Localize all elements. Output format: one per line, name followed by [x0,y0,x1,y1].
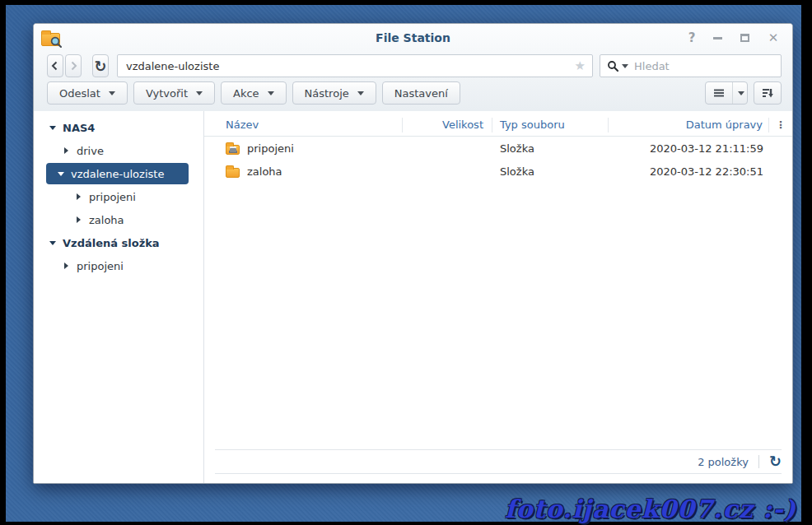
minimize-icon[interactable] [713,37,725,39]
tree-item-label: zaloha [89,214,124,226]
refresh-button[interactable]: ↻ [92,54,109,77]
table-row[interactable]: pripojeni Složka 2020-03-12 21:11:59 [204,137,792,160]
caret-down-icon [196,91,203,95]
tree-item-label: drive [77,145,104,157]
window-body: NAS4 drive vzdalene-uloziste pripojeni z… [34,111,792,483]
settings-label: Nastavení [394,87,448,100]
tree-item-label: pripojeni [89,191,136,203]
folder-icon [226,168,240,178]
refresh-icon: ↻ [94,58,106,75]
tree-item-label: pripojeni [77,260,124,272]
upload-menu-button[interactable]: Odeslat [47,81,128,105]
chevron-right-icon [68,60,79,72]
sidebar-item-pripojeni[interactable]: pripojeni [34,185,203,208]
list-view-icon [712,86,726,100]
shared-folder-icon [226,145,240,155]
screenshot-root: { "window": { "title": "File Station", "… [0,0,812,525]
file-type: Složka [492,165,609,178]
file-modified: 2020-03-12 22:30:51 [609,165,769,178]
sidebar-item-zaloha[interactable]: zaloha [34,208,203,231]
search-options-caret-icon[interactable] [622,64,628,68]
favorite-star-icon[interactable]: ★ [575,58,586,73]
maximize-icon[interactable] [740,34,752,42]
file-list-panel: Název Velikost Typ souboru Datum úpravy … [204,111,792,483]
sidebar-item-nas4[interactable]: NAS4 [34,116,203,139]
refresh-list-icon[interactable]: ↻ [769,454,782,469]
sidebar-item-vzdalena-slozka[interactable]: Vzdálená složka [34,231,203,254]
status-divider [758,455,759,468]
caret-right-icon[interactable] [77,216,81,223]
watermark-text: foto.ijacek007.cz :-) [505,495,796,523]
sidebar-tree: NAS4 drive vzdalene-uloziste pripojeni z… [34,111,204,483]
caret-down-icon[interactable] [49,241,56,245]
address-input[interactable] [118,60,592,72]
window-controls: ? ✕ [686,24,779,52]
window-top-chrome: File Station ? ✕ [34,24,792,111]
tree-item-label: vzdalene-uloziste [71,168,164,180]
sidebar-item-drive[interactable]: drive [34,139,203,162]
toolbar: Odeslat Vytvořit Akce Nástroje Nastavení [34,80,792,111]
caret-right-icon[interactable] [64,147,68,154]
file-station-window: File Station ? ✕ [33,23,793,484]
file-rows: pripojeni Složka 2020-03-12 21:11:59 zal… [204,137,792,449]
search-box [600,54,782,77]
caret-down-icon [738,91,744,95]
titlebar[interactable]: File Station ? ✕ [34,24,792,52]
help-icon[interactable]: ? [686,32,698,44]
tools-menu-label: Nástroje [305,87,349,100]
caret-down-icon[interactable] [58,172,64,176]
caret-right-icon[interactable] [77,193,81,200]
create-menu-button[interactable]: Vytvořit [133,81,215,105]
list-view-button[interactable] [706,82,733,104]
items-count: 2 položky [698,456,749,468]
column-options-icon[interactable]: ⋮ [769,118,792,132]
caret-down-icon [268,91,274,95]
chevron-left-icon [49,60,61,72]
column-header-modified[interactable]: Datum úpravy [609,118,769,132]
sort-button[interactable] [754,81,782,105]
view-mode-split-button [705,81,748,105]
desktop-background: File Station ? ✕ [6,5,801,522]
file-type: Složka [492,142,609,155]
address-bar: ★ [117,54,593,77]
file-name: pripojeni [247,142,294,155]
column-header-type[interactable]: Typ souboru [492,118,609,132]
view-mode-caret-button[interactable] [733,82,747,104]
window-title: File Station [34,31,792,44]
column-header-name[interactable]: Název [204,118,403,132]
upload-menu-label: Odeslat [59,87,100,100]
tools-menu-button[interactable]: Nástroje [292,81,376,105]
file-modified: 2020-03-12 21:11:59 [609,142,769,155]
back-button[interactable] [47,54,63,77]
action-menu-button[interactable]: Akce [221,81,287,105]
sidebar-item-vzdalene-uloziste[interactable]: vzdalene-uloziste [46,163,189,184]
settings-button[interactable]: Nastavení [382,81,460,105]
table-row[interactable]: zaloha Složka 2020-03-12 22:30:51 [204,160,792,183]
search-icon[interactable] [607,60,619,72]
action-menu-label: Akce [233,87,259,100]
close-icon[interactable]: ✕ [768,32,779,44]
sort-icon [761,86,774,100]
caret-right-icon[interactable] [64,262,68,269]
file-name: zaloha [247,165,282,178]
status-bar: 2 položky ↻ [215,449,782,474]
caret-down-icon [357,91,364,95]
tree-item-label: NAS4 [63,122,95,134]
column-header-size[interactable]: Velikost [403,118,492,132]
create-menu-label: Vytvořit [146,87,188,100]
navigation-bar: ↻ ★ [34,52,792,80]
tree-item-label: Vzdálená složka [63,237,160,249]
search-input[interactable] [634,60,774,72]
sidebar-item-pripojeni-remote[interactable]: pripojeni [34,254,203,277]
caret-down-icon [109,91,115,95]
table-header: Název Velikost Typ souboru Datum úpravy … [204,114,792,137]
caret-down-icon[interactable] [49,126,56,130]
forward-button[interactable] [65,54,82,77]
